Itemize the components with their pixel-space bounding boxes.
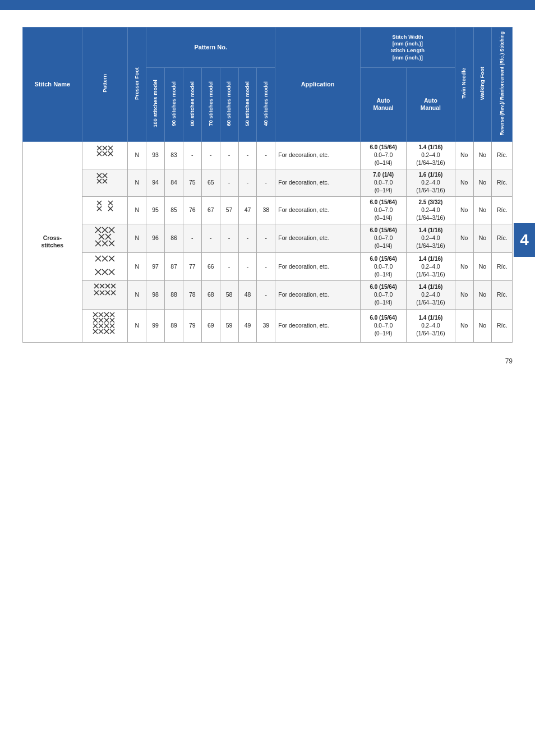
p80-cell-2: 76: [183, 196, 201, 224]
twin-needle-cell-4: No: [455, 252, 473, 281]
p50-cell-3: -: [238, 224, 257, 252]
pattern-cell-4: [82, 252, 128, 281]
p70-header: 70 stitches model: [201, 67, 220, 141]
p70-cell-3: -: [201, 224, 220, 252]
p60-cell-2: 57: [220, 196, 238, 224]
p100-cell-1: 94: [146, 169, 165, 196]
p60-cell-0: -: [220, 141, 238, 169]
reverse-cell-5: Ríc.: [492, 281, 513, 310]
sw-cell-0: 6.0 (15/64)0.0–7.0(0–1/4): [360, 141, 406, 169]
pattern-cell-5: [82, 281, 128, 310]
p80-cell-4: 77: [183, 252, 201, 281]
p60-cell-4: -: [220, 252, 238, 281]
p100-cell-0: 93: [146, 141, 165, 169]
walking-foot-cell-3: No: [473, 224, 492, 252]
presser-foot-header: Presser Foot: [128, 27, 146, 142]
walking-foot-cell-4: No: [473, 252, 492, 281]
p70-cell-6: 69: [201, 310, 220, 343]
p100-cell-6: 99: [146, 310, 165, 343]
walking-foot-cell-1: No: [473, 169, 492, 196]
main-content: Stitch Name Pattern Presser Foot Pattern…: [0, 10, 535, 376]
chapter-tab: 4: [514, 223, 535, 257]
p40-cell-6: 39: [257, 310, 275, 343]
application-cell-0: For decoration, etc.: [275, 141, 361, 169]
p60-cell-6: 59: [220, 310, 238, 343]
p40-header: 40 stitches model: [257, 67, 275, 141]
p90-cell-4: 87: [165, 252, 183, 281]
pattern-cell-3: [82, 224, 128, 252]
presser-foot-cell-4: N: [128, 252, 146, 281]
p90-cell-6: 89: [165, 310, 183, 343]
p40-cell-5: -: [257, 281, 275, 310]
p80-cell-1: 75: [183, 169, 201, 196]
p50-cell-1: -: [238, 169, 257, 196]
pattern-cell-0: [82, 141, 128, 169]
p100-header: 100 stitches model: [146, 67, 165, 141]
presser-foot-cell-6: N: [128, 310, 146, 343]
p80-cell-3: -: [183, 224, 201, 252]
sw-cell-2: 6.0 (15/64)0.0–7.0(0–1/4): [360, 196, 406, 224]
sl-cell-2: 2.5 (3/32)0.2–4.0(1/64–3/16): [407, 196, 455, 224]
p100-cell-5: 98: [146, 281, 165, 310]
p50-cell-5: 48: [238, 281, 257, 310]
sl-cell-4: 1.4 (1/16)0.2–4.0(1/64–3/16): [407, 252, 455, 281]
twin-needle-cell-3: No: [455, 224, 473, 252]
application-cell-2: For decoration, etc.: [275, 196, 361, 224]
walking-foot-cell-6: No: [473, 310, 492, 343]
p60-cell-5: 58: [220, 281, 238, 310]
presser-foot-cell-5: N: [128, 281, 146, 310]
page-number: 79: [505, 357, 513, 365]
twin-needle-cell-0: No: [455, 141, 473, 169]
p70-cell-4: 66: [201, 252, 220, 281]
sl-cell-1: 1.6 (1/16)0.2–4.0(1/64–3/16): [407, 169, 455, 196]
pattern-no-header: Pattern No.: [146, 27, 275, 68]
application-cell-1: For decoration, etc.: [275, 169, 361, 196]
sw-cell-1: 7.0 (1/4)0.0–7.0(0–1/4): [360, 169, 406, 196]
walking-foot-cell-2: No: [473, 196, 492, 224]
top-bar: [0, 0, 535, 10]
p90-cell-2: 85: [165, 196, 183, 224]
reverse-cell-6: Ríc.: [492, 310, 513, 343]
p70-cell-2: 67: [201, 196, 220, 224]
twin-needle-cell-5: No: [455, 281, 473, 310]
application-cell-3: For decoration, etc.: [275, 224, 361, 252]
sl-auto-manual-header: Auto Manual: [407, 67, 455, 141]
pattern-cell-6: [82, 310, 128, 343]
p80-cell-5: 78: [183, 281, 201, 310]
walking-foot-cell-5: No: [473, 281, 492, 310]
walking-foot-header: Walking Foot: [473, 27, 492, 142]
walking-foot-cell-0: No: [473, 141, 492, 169]
p40-cell-0: -: [257, 141, 275, 169]
stitch-name-cell: Cross-stitches: [23, 141, 82, 342]
p90-header: 90 stitches model: [165, 67, 183, 141]
p90-cell-3: 86: [165, 224, 183, 252]
sl-cell-5: 1.4 (1/16)0.2–4.0(1/64–3/16): [407, 281, 455, 310]
pattern-cell-2: [82, 196, 128, 224]
p60-cell-1: -: [220, 169, 238, 196]
p40-cell-1: -: [257, 169, 275, 196]
sw-cell-6: 6.0 (15/64)0.0–7.0(0–1/4): [360, 310, 406, 343]
p70-cell-0: -: [201, 141, 220, 169]
stitch-width-outer-header: Stitch Width[mm (inch.)] Stitch Length[m…: [360, 27, 455, 68]
reverse-cell-0: Ríc.: [492, 141, 513, 169]
p90-cell-1: 84: [165, 169, 183, 196]
stitch-table: Stitch Name Pattern Presser Foot Pattern…: [22, 27, 513, 343]
sw-cell-5: 6.0 (15/64)0.0–7.0(0–1/4): [360, 281, 406, 310]
application-cell-4: For decoration, etc.: [275, 252, 361, 281]
sw-auto-manual-header: Auto Manual: [360, 67, 406, 141]
reverse-cell-1: Ríc.: [492, 169, 513, 196]
p50-cell-0: -: [238, 141, 257, 169]
p60-header: 60 stitches model: [220, 67, 238, 141]
p80-cell-0: -: [183, 141, 201, 169]
presser-foot-cell-1: N: [128, 169, 146, 196]
p90-cell-0: 83: [165, 141, 183, 169]
application-cell-6: For decoration, etc.: [275, 310, 361, 343]
application-header: Application: [275, 27, 361, 142]
application-cell-5: For decoration, etc.: [275, 281, 361, 310]
pattern-header: Pattern: [82, 27, 128, 142]
presser-foot-cell-3: N: [128, 224, 146, 252]
twin-needle-header: Twin Needle: [455, 27, 473, 142]
p70-cell-5: 68: [201, 281, 220, 310]
presser-foot-cell-0: N: [128, 141, 146, 169]
p100-cell-3: 96: [146, 224, 165, 252]
